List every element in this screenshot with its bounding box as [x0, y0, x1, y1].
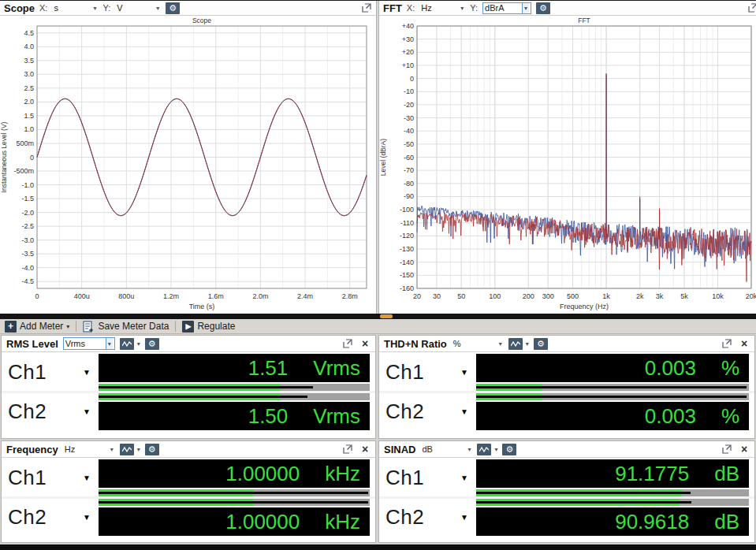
- chevron-down-icon: ▾: [108, 340, 111, 347]
- channel-name: Ch2: [385, 505, 424, 530]
- meter-panel-rms-level: RMS Level Vrms ▾ ▾ ⚙ × Ch1 ▼: [1, 335, 376, 439]
- add-meter-button[interactable]: + Add Meter ▾: [2, 321, 72, 333]
- svg-text:1.0: 1.0: [24, 125, 34, 133]
- thdn-settings-gear-icon[interactable]: ⚙: [534, 338, 548, 350]
- thdn-ch1-display: 0.003 %: [476, 354, 749, 382]
- sinad-ch2-bar-meter: [476, 499, 749, 506]
- svg-text:Frequency (Hz): Frequency (Hz): [560, 303, 609, 310]
- scope-plot: 0400u800u1.2m1.6m2.0m2.4m2.8m4.54.03.53.…: [0, 16, 376, 314]
- fft-settings-gear-icon[interactable]: ⚙: [536, 2, 550, 14]
- scope-popout-icon[interactable]: [361, 2, 372, 13]
- thdn-unit-value: %: [453, 339, 461, 348]
- chevron-down-icon[interactable]: ▾: [137, 340, 140, 347]
- svg-text:2.8m: 2.8m: [342, 292, 358, 300]
- meter-unit: kHz: [325, 510, 360, 534]
- splitter-grip-handle[interactable]: [380, 314, 393, 318]
- save-meter-data-label: Save Meter Data: [98, 321, 169, 332]
- chevron-down-icon[interactable]: ▾: [137, 446, 140, 453]
- svg-text:-10: -10: [404, 87, 414, 95]
- meter-style-icon[interactable]: [120, 444, 134, 455]
- svg-text:Scope: Scope: [192, 17, 211, 24]
- meter-unit: %: [721, 404, 739, 429]
- chevron-down-icon[interactable]: ▾: [494, 446, 497, 453]
- chevron-down-icon: ▼: [83, 407, 91, 416]
- thdn-header: THD+N Ratio % ▾ ▾ ⚙ ×: [379, 336, 754, 352]
- svg-text:-50: -50: [404, 140, 414, 148]
- bottom-bar: [0, 544, 756, 550]
- thdn-unit-select[interactable]: % ▾: [452, 337, 504, 350]
- fft-x-unit-select[interactable]: Hz ▾: [419, 2, 465, 14]
- meter-value: 90.9618: [615, 510, 689, 534]
- rms-ch1-selector[interactable]: Ch1 ▼: [2, 354, 99, 391]
- rms-ch2-selector[interactable]: Ch2 ▼: [2, 393, 99, 430]
- svg-text:0: 0: [30, 154, 34, 162]
- sinad-unit-value: dB: [422, 444, 432, 454]
- frequency-ch2-selector[interactable]: Ch2 ▼: [2, 499, 99, 536]
- save-meter-data-button[interactable]: Save Meter Data: [80, 321, 171, 333]
- rms-ch1-display: 1.51 Vrms: [99, 354, 370, 382]
- svg-text:2.4m: 2.4m: [297, 292, 313, 300]
- scope-x-unit-select[interactable]: s ▾: [52, 2, 98, 14]
- fft-y-unit-select[interactable]: dBrA ▾: [482, 2, 531, 14]
- meter-style-icon[interactable]: [477, 444, 491, 455]
- scope-x-axis-label: X:: [39, 3, 47, 13]
- frequency-ch1-display: 1.00000 kHz: [99, 459, 370, 488]
- thdn-popout-icon[interactable]: [721, 338, 732, 349]
- frequency-ch1-selector[interactable]: Ch1 ▼: [2, 459, 99, 496]
- thdn-ch1-selector[interactable]: Ch1 ▼: [379, 354, 476, 391]
- frequency-ch1-row: Ch1 ▼ 1.00000 kHz: [2, 459, 375, 496]
- meter-unit: %: [721, 356, 739, 381]
- svg-text:-4.5: -4.5: [21, 277, 34, 285]
- svg-text:2.0m: 2.0m: [252, 292, 268, 300]
- rms-close-icon[interactable]: ×: [359, 338, 371, 349]
- thdn-ch2-selector[interactable]: Ch2 ▼: [379, 393, 476, 430]
- meter-unit: Vrms: [313, 404, 360, 429]
- fft-panel: FFT X: Hz ▾ Y: dBrA ▾ ⚙ 2030501002003005…: [379, 1, 756, 314]
- sinad-popout-icon[interactable]: [721, 444, 732, 455]
- frequency-settings-gear-icon[interactable]: ⚙: [145, 444, 159, 455]
- meter-value: 1.50: [248, 404, 289, 429]
- thdn-close-icon[interactable]: ×: [739, 338, 750, 349]
- frequency-close-icon[interactable]: ×: [359, 444, 371, 455]
- play-icon: ▶: [182, 321, 194, 333]
- horizontal-splitter[interactable]: [0, 314, 756, 319]
- rms-unit-select[interactable]: Vrms ▾: [63, 337, 115, 350]
- frequency-popout-icon[interactable]: [342, 444, 353, 455]
- rms-ch1-row: Ch1 ▼ 1.51 Vrms: [2, 354, 375, 391]
- sinad-body: Ch1 ▼ 91.1775 dB Ch2: [379, 458, 754, 536]
- svg-text:-100: -100: [400, 206, 414, 214]
- rms-level-title: RMS Level: [6, 338, 58, 350]
- chevron-down-icon: ▾: [460, 5, 464, 12]
- fft-popout-icon[interactable]: [747, 2, 756, 13]
- rms-settings-gear-icon[interactable]: ⚙: [145, 338, 159, 350]
- svg-text:20k: 20k: [746, 292, 756, 300]
- fft-x-axis-label: X:: [407, 3, 415, 13]
- svg-text:-40: -40: [404, 127, 414, 135]
- frequency-unit-select[interactable]: Hz ▾: [63, 443, 115, 455]
- channel-name: Ch1: [8, 360, 47, 385]
- scope-y-unit-select[interactable]: V ▾: [115, 2, 161, 14]
- sinad-ch2-selector[interactable]: Ch2 ▼: [379, 499, 476, 536]
- svg-text:1.6m: 1.6m: [208, 292, 224, 300]
- sinad-settings-gear-icon[interactable]: ⚙: [502, 444, 516, 455]
- svg-text:30: 30: [433, 292, 441, 300]
- chevron-down-icon[interactable]: ▾: [526, 340, 529, 347]
- meter-style-icon[interactable]: [508, 338, 523, 350]
- meter-value: 0.003: [645, 404, 696, 429]
- scope-x-unit-value: s: [54, 3, 58, 13]
- sinad-unit-select[interactable]: dB ▾: [420, 443, 472, 455]
- svg-text:-20: -20: [404, 101, 414, 109]
- rms-body: Ch1 ▼ 1.51 Vrms Ch2: [2, 352, 375, 430]
- frequency-ch2-bar-meter: [99, 499, 370, 506]
- thdn-ch1-row: Ch1 ▼ 0.003 %: [379, 354, 754, 391]
- chevron-down-icon: ▾: [156, 5, 159, 12]
- svg-text:-1.0: -1.0: [21, 181, 34, 189]
- rms-ch1-bar-meter: [99, 384, 370, 391]
- sinad-ch1-selector[interactable]: Ch1 ▼: [379, 459, 476, 496]
- rms-popout-icon[interactable]: [342, 338, 353, 349]
- meter-style-icon[interactable]: [120, 338, 134, 350]
- rms-level-header: RMS Level Vrms ▾ ▾ ⚙ ×: [2, 336, 375, 352]
- scope-settings-gear-icon[interactable]: ⚙: [166, 2, 180, 14]
- regulate-button[interactable]: ▶ Regulate: [180, 321, 237, 333]
- sinad-close-icon[interactable]: ×: [739, 444, 750, 455]
